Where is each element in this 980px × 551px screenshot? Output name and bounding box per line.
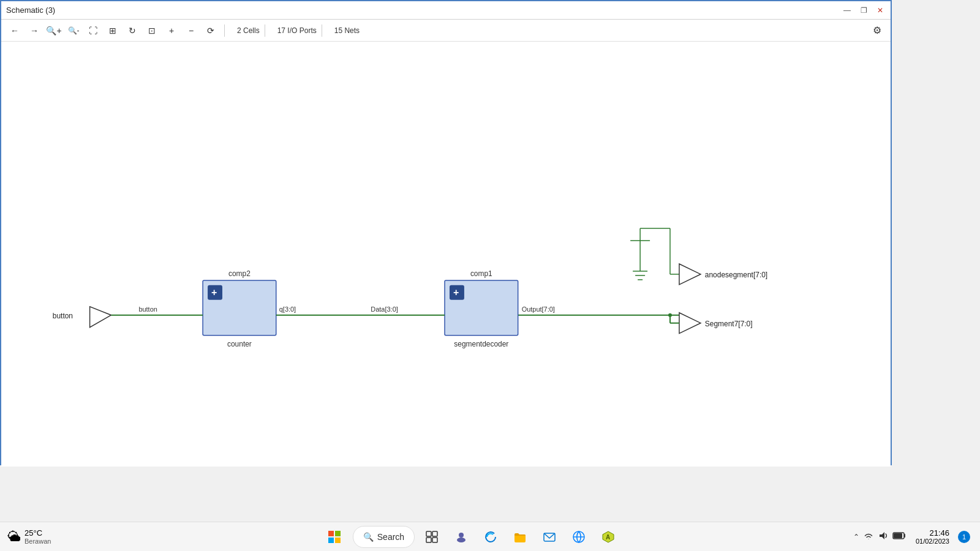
mail-icon — [543, 530, 556, 544]
search-button[interactable]: 🔍 Search — [353, 526, 415, 548]
search-label: Search — [377, 532, 404, 542]
ports-stat: 17 I/O Ports — [277, 26, 317, 35]
svg-marker-12 — [679, 313, 701, 334]
system-clock[interactable]: 21:46 01/02/2023 — [916, 528, 949, 545]
notification-badge[interactable]: 1 — [958, 531, 970, 543]
svg-text:A: A — [606, 534, 610, 541]
weather-temperature: 25°C — [24, 528, 51, 538]
svg-text:+: + — [453, 287, 459, 298]
search-icon: 🔍 — [363, 532, 374, 542]
reload-button[interactable]: ⟳ — [202, 22, 219, 39]
taskbar-right: ⌃ — [843, 528, 980, 545]
custom-app-button[interactable]: A — [596, 525, 620, 549]
title-controls: — ❐ ✕ — [841, 6, 886, 15]
browser-button[interactable] — [567, 525, 591, 549]
mail-button[interactable] — [537, 525, 562, 549]
windows-button[interactable] — [321, 523, 348, 550]
svg-text:+: + — [211, 287, 217, 298]
svg-text:Data[3:0]: Data[3:0] — [371, 305, 398, 313]
fit-button[interactable]: ⛶ — [85, 22, 102, 39]
battery-icon[interactable] — [892, 531, 906, 542]
add-button[interactable]: + — [163, 22, 180, 39]
svg-text:Segment7[7:0]: Segment7[7:0] — [705, 320, 753, 328]
toolbar-separator-2 — [265, 24, 265, 37]
svg-point-16 — [668, 313, 672, 317]
settings-button[interactable]: ⚙ — [869, 22, 886, 39]
toolbar: ← → 🔍+ 🔍- ⛶ ⊞ ↻ ⊡ + − ⟳ 2 Cells 17 I/O P… — [1, 20, 891, 42]
wifi-signal-icon — [863, 530, 874, 541]
svg-point-40 — [457, 538, 466, 542]
svg-text:button: button — [53, 312, 73, 320]
clock-time: 21:46 — [929, 528, 949, 538]
task-view-icon — [426, 531, 438, 543]
maximize-button[interactable]: ❐ — [858, 6, 870, 15]
collapse-button[interactable]: ⊡ — [143, 22, 160, 39]
minimize-button[interactable]: — — [841, 6, 853, 15]
system-tray-icons: ⌃ — [853, 530, 906, 544]
taskbar-weather: 🌥 25°C Berawan — [0, 528, 98, 545]
select-button[interactable]: ⊞ — [104, 22, 121, 39]
back-button[interactable]: ← — [6, 22, 23, 39]
window-title: Schematic (3) — [6, 6, 55, 15]
chevron-up-icon[interactable]: ⌃ — [853, 533, 859, 541]
weather-info: 25°C Berawan — [24, 528, 51, 545]
svg-marker-27 — [90, 307, 111, 328]
taskbar-center: 🔍 Search — [98, 523, 843, 550]
clock-date: 01/02/2023 — [916, 538, 949, 545]
nets-stat: 15 Nets — [334, 26, 360, 35]
browser-icon — [572, 530, 586, 544]
wifi-icon[interactable] — [863, 530, 874, 544]
svg-rect-35 — [426, 531, 431, 536]
cells-stat: 2 Cells — [237, 26, 260, 35]
svg-rect-38 — [432, 538, 437, 542]
edge-button[interactable] — [478, 525, 503, 549]
taskbar: 🌥 25°C Berawan 🔍 Search — [0, 522, 980, 551]
svg-rect-37 — [426, 538, 431, 542]
custom-app-icon: A — [601, 530, 615, 544]
file-explorer-button[interactable] — [508, 525, 532, 549]
svg-point-39 — [459, 533, 464, 538]
teams-button[interactable] — [449, 525, 473, 549]
svg-rect-49 — [894, 533, 902, 538]
svg-text:counter: counter — [227, 340, 252, 348]
toolbar-separator — [224, 24, 225, 37]
canvas-area[interactable]: anodesegment[7:0] Segment7[7:0] + comp2 … — [1, 42, 891, 467]
svg-text:Output[7:0]: Output[7:0] — [522, 305, 555, 313]
windows-logo — [328, 531, 341, 543]
weather-icon: 🌥 — [7, 529, 21, 545]
volume-icon[interactable] — [878, 530, 889, 544]
svg-rect-48 — [904, 534, 905, 538]
forward-button[interactable]: → — [26, 22, 43, 39]
title-bar: Schematic (3) — ❐ ✕ — [1, 1, 891, 20]
win-logo-cell-3 — [328, 538, 334, 543]
win-logo-cell-1 — [328, 531, 334, 536]
win-logo-cell-4 — [335, 538, 341, 543]
svg-text:comp1: comp1 — [470, 269, 492, 278]
teams-icon — [454, 530, 468, 544]
svg-text:comp2: comp2 — [228, 269, 251, 278]
close-button[interactable]: ✕ — [875, 6, 886, 15]
toolbar-separator-3 — [322, 24, 322, 37]
remove-button[interactable]: − — [183, 22, 200, 39]
svg-text:q[3:0]: q[3:0] — [279, 305, 296, 313]
main-window: Schematic (3) — ❐ ✕ ← → 🔍+ 🔍- ⛶ ⊞ ↻ ⊡ + … — [0, 0, 892, 465]
svg-rect-36 — [432, 531, 437, 536]
file-explorer-icon — [513, 530, 527, 544]
svg-marker-46 — [880, 532, 884, 539]
task-view-button[interactable] — [420, 525, 444, 549]
zoom-in-button[interactable]: 🔍+ — [45, 22, 62, 39]
battery-indicator-icon — [892, 531, 906, 540]
edge-icon — [484, 530, 497, 544]
win-logo-cell-2 — [335, 531, 341, 536]
zoom-out-button[interactable]: 🔍- — [65, 22, 82, 39]
refresh-button[interactable]: ↻ — [124, 22, 141, 39]
weather-description: Berawan — [24, 538, 51, 545]
svg-text:button: button — [138, 305, 157, 313]
svg-text:segmentdecoder: segmentdecoder — [454, 340, 508, 348]
schematic-svg: anodesegment[7:0] Segment7[7:0] + comp2 … — [1, 42, 891, 467]
speaker-icon — [878, 530, 889, 541]
svg-marker-10 — [679, 264, 701, 285]
svg-text:anodesegment[7:0]: anodesegment[7:0] — [705, 271, 767, 279]
